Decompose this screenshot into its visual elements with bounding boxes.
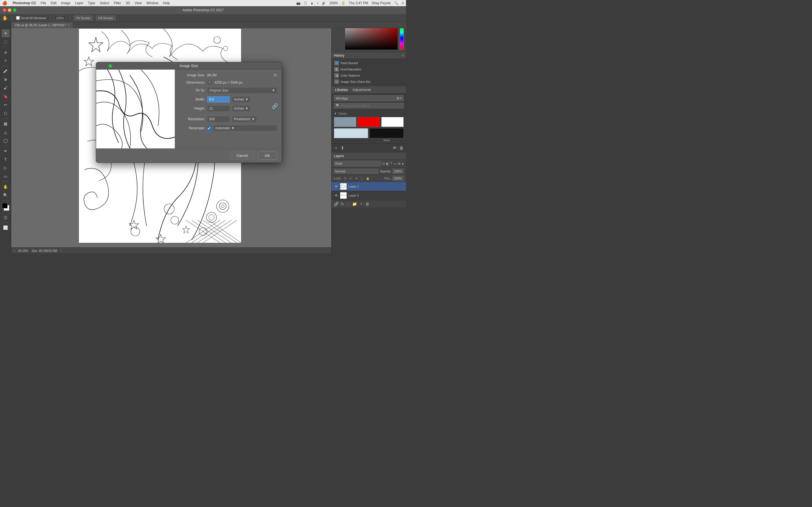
menu-help[interactable]: Help bbox=[163, 1, 170, 5]
image-size-gear-icon[interactable]: ⚙ bbox=[273, 73, 277, 77]
scroll-all-windows-label[interactable]: Scroll All Windows bbox=[16, 16, 46, 20]
history-item-image-size[interactable]: ⊡ Image Size (Save As) bbox=[332, 78, 406, 85]
lock-all-icon[interactable]: 🔒 bbox=[365, 176, 370, 180]
color-tile-1[interactable] bbox=[334, 117, 356, 127]
history-menu-icon[interactable]: ≡ bbox=[402, 54, 404, 57]
cancel-button[interactable]: Cancel bbox=[230, 152, 255, 160]
blend-mode-dropdown[interactable]: Normal bbox=[334, 169, 378, 174]
color-tile-2[interactable] bbox=[357, 117, 380, 127]
layers-filter-toggle[interactable]: ● bbox=[402, 162, 404, 166]
marquee-tool[interactable]: ⬚ bbox=[2, 38, 10, 46]
layers-filter-adjust-icon[interactable]: ◧ bbox=[386, 162, 389, 166]
layers-filter-text-icon[interactable]: T bbox=[390, 162, 392, 166]
upload-library-button[interactable]: ⬆ bbox=[341, 145, 344, 151]
color-tile-3[interactable] bbox=[381, 117, 404, 127]
menu-window[interactable]: Window bbox=[146, 1, 158, 5]
lock-position-icon[interactable]: ✛ bbox=[354, 176, 359, 180]
lock-pixels-icon[interactable]: ✏ bbox=[349, 176, 353, 180]
blur-tool[interactable]: △ bbox=[2, 128, 10, 136]
crop-tool[interactable]: ⌗ bbox=[2, 57, 10, 64]
gradient-tool[interactable]: ▦ bbox=[2, 120, 10, 128]
foreground-color-swatch[interactable] bbox=[2, 203, 8, 209]
resolution-input[interactable] bbox=[207, 116, 230, 122]
history-brush-tool[interactable]: ↩ bbox=[2, 101, 10, 109]
layers-filter-smart-icon[interactable]: ⊗ bbox=[398, 162, 401, 166]
color-swatch-light-blue[interactable] bbox=[334, 128, 368, 138]
width-unit-select[interactable]: Inches ▼ bbox=[232, 96, 250, 103]
library-search-input[interactable] bbox=[341, 104, 402, 107]
menu-filter[interactable]: Filter bbox=[114, 1, 121, 5]
heal-tool[interactable]: ⊕ bbox=[2, 75, 10, 83]
layers-kind-filter[interactable]: Kind bbox=[334, 161, 381, 166]
menubar-notification-icon[interactable]: ≡ bbox=[402, 1, 404, 5]
maximize-button[interactable] bbox=[13, 8, 16, 12]
layer-item-layer2[interactable]: 👁 Layer 2 bbox=[332, 191, 406, 200]
menu-image[interactable]: Image bbox=[61, 1, 70, 5]
resample-select[interactable]: Automatic ▼ bbox=[213, 125, 277, 131]
quick-mask-tool[interactable]: ◫ bbox=[2, 213, 10, 221]
fit-to-dropdown[interactable]: Original Size ▼ bbox=[207, 87, 277, 94]
dimensions-unit-dropdown[interactable]: ▼ bbox=[207, 80, 212, 84]
resample-checkbox[interactable] bbox=[207, 126, 211, 130]
add-mask-button[interactable]: ⬚ bbox=[346, 202, 350, 206]
menu-file[interactable]: File bbox=[41, 1, 46, 5]
zoom-tool[interactable]: 🔍 bbox=[2, 191, 10, 199]
document-tab[interactable]: CB2.ai @ 28.2% (Layer 1, CMYK/8) * × bbox=[11, 22, 73, 28]
move-tool[interactable]: ✛ bbox=[2, 29, 10, 37]
layer2-visibility-icon[interactable]: 👁 bbox=[334, 193, 338, 198]
menu-layer[interactable]: Layer bbox=[75, 1, 84, 5]
dialog-close-button[interactable] bbox=[98, 64, 102, 68]
history-item-hue-sat[interactable]: ◧ Hue/Saturation bbox=[332, 66, 406, 72]
height-unit-select[interactable]: Inches ▼ bbox=[232, 105, 250, 112]
menu-select[interactable]: Select bbox=[100, 1, 109, 5]
dialog-minimize-button[interactable] bbox=[103, 64, 107, 68]
close-button[interactable] bbox=[3, 8, 6, 12]
fill-input[interactable] bbox=[393, 176, 404, 181]
adjustments-tab[interactable]: Adjustments bbox=[351, 87, 372, 93]
color-tile-5[interactable]: Black bbox=[369, 128, 404, 142]
ok-button[interactable]: OK bbox=[258, 152, 277, 160]
tab-close-button[interactable]: × bbox=[68, 23, 70, 26]
history-item-paint-bucket[interactable]: 🪣 Paint Bucket bbox=[332, 60, 406, 66]
menu-photoshop[interactable]: Photoshop CC bbox=[13, 1, 36, 5]
clone-tool[interactable]: 🔖 bbox=[2, 93, 10, 100]
pen-tool[interactable]: ✒ bbox=[2, 147, 10, 155]
color-tile-4[interactable] bbox=[334, 128, 368, 142]
text-tool[interactable]: T bbox=[2, 156, 10, 163]
menu-view[interactable]: View bbox=[135, 1, 142, 5]
dialog-maximize-button[interactable] bbox=[109, 64, 112, 68]
resolution-unit-select[interactable]: Pixels/Inch ▼ bbox=[232, 116, 257, 122]
dodge-tool[interactable]: ◯ bbox=[2, 136, 10, 145]
status-right-arrow[interactable]: › bbox=[61, 249, 61, 252]
color-swatches[interactable] bbox=[1, 203, 10, 211]
menu-edit[interactable]: Edit bbox=[51, 1, 57, 5]
color-swatch-red[interactable] bbox=[357, 117, 380, 127]
delete-library-button[interactable]: 🗑 bbox=[399, 146, 404, 151]
layers-filter-pixel-icon[interactable]: ⊡ bbox=[382, 162, 385, 166]
image-size-dialog[interactable]: Image Size bbox=[96, 62, 282, 163]
status-arrow[interactable]: › bbox=[13, 249, 14, 252]
fit-screen-button[interactable]: Fit Screen bbox=[74, 15, 93, 20]
shape-tool[interactable]: ▭ bbox=[2, 172, 10, 180]
eraser-tool[interactable]: ◻ bbox=[2, 109, 10, 117]
width-input[interactable] bbox=[207, 96, 230, 103]
fx-button[interactable]: fx bbox=[341, 202, 344, 206]
brush-tool[interactable]: 🖌 bbox=[2, 84, 10, 92]
link-layers-button[interactable]: 🔗 bbox=[334, 202, 339, 206]
lasso-tool[interactable]: ⌀ bbox=[2, 48, 10, 56]
opacity-input[interactable] bbox=[393, 169, 404, 174]
path-selection-tool[interactable]: ▷ bbox=[2, 164, 10, 172]
create-group-button[interactable]: 📁 bbox=[352, 202, 357, 206]
menu-3d[interactable]: 3D bbox=[126, 1, 130, 5]
view-library-button[interactable]: 👁 bbox=[393, 146, 397, 151]
fill-screen-button[interactable]: Fill Screen bbox=[96, 15, 116, 20]
layers-filter-shape-icon[interactable]: ▭ bbox=[394, 162, 397, 166]
zoom-input[interactable] bbox=[54, 16, 66, 20]
eyedropper-tool[interactable]: 💉 bbox=[2, 67, 10, 75]
height-input[interactable] bbox=[207, 105, 230, 112]
create-layer-button[interactable]: ＋ bbox=[359, 202, 363, 207]
color-swatch-blue-gray[interactable] bbox=[334, 117, 356, 127]
lock-transparent-icon[interactable]: ⊡ bbox=[343, 176, 347, 180]
menubar-search-icon[interactable]: 🔍 bbox=[394, 1, 398, 5]
color-swatch-white[interactable] bbox=[381, 117, 404, 127]
